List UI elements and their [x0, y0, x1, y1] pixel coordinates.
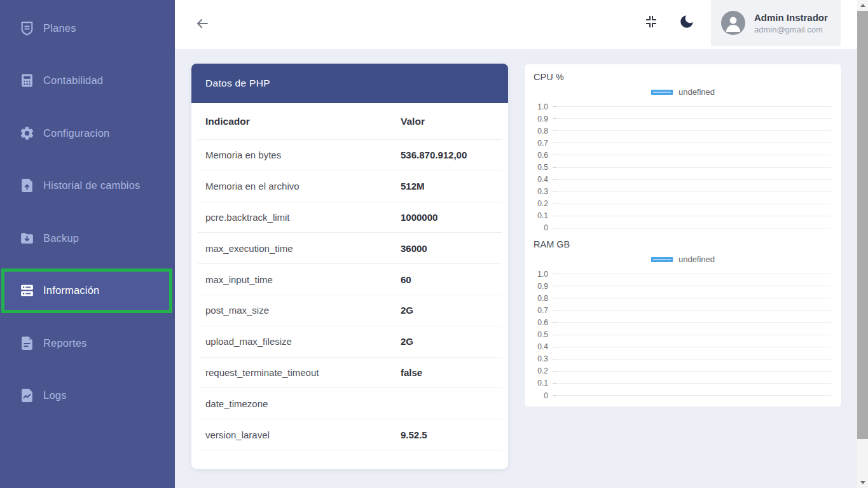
triangle-down-icon [860, 481, 865, 484]
charts-card: CPU %undefined1.00.90.80.70.60.50.40.30.… [524, 64, 842, 407]
sidebar-item-label: Historial de cambios [43, 179, 141, 192]
sidebar-item-informacion[interactable]: Información [0, 265, 175, 317]
y-tick-label: 0.1 [530, 379, 553, 387]
y-tick-label: 0.9 [530, 115, 553, 123]
sidebar-item-configuracion[interactable]: Configuracion [0, 107, 175, 160]
y-tick-label: 0 [530, 391, 553, 400]
compress-icon [644, 14, 659, 32]
table-row: upload_max_filesize2G [198, 326, 502, 358]
user-email: admin@gmail.com [754, 25, 828, 34]
y-tick-label: 0.8 [530, 294, 553, 303]
php-table: Indicador Valor Memoria en bytes536.870.… [191, 103, 508, 450]
tick-row: 0.6 [530, 149, 831, 161]
sidebar-item-backup[interactable]: Backup [0, 212, 175, 265]
gridline [553, 274, 831, 274]
row-label: Memoria en bytes [205, 150, 401, 160]
y-tick-label: 0.2 [530, 199, 553, 208]
compress-button[interactable] [642, 14, 660, 32]
chart-title: CPU % [534, 72, 841, 82]
y-tick-label: 0.5 [530, 163, 553, 172]
row-label: version_laravel [205, 429, 401, 440]
gridline [553, 155, 831, 155]
row-value: 512M [401, 181, 425, 192]
tick-row: 0.4 [530, 341, 831, 353]
row-label: post_max_size [205, 305, 401, 316]
sidebar-item-planes[interactable]: Planes [0, 2, 175, 55]
scroll-thumb[interactable] [857, 11, 868, 439]
gridline [553, 286, 831, 286]
legend-swatch-icon [651, 257, 673, 262]
table-row: max_input_time60 [198, 264, 502, 295]
row-label: upload_max_filesize [205, 336, 401, 347]
gridline [553, 335, 831, 335]
tick-row: 0.7 [530, 137, 831, 149]
gridline [553, 359, 831, 359]
gridline [553, 130, 831, 131]
y-tick-label: 0 [530, 223, 553, 232]
back-button[interactable] [193, 16, 212, 34]
gridline [553, 179, 831, 180]
table-row: date_timezone [198, 388, 502, 419]
sidebar-item-reportes[interactable]: Reportes [0, 317, 175, 370]
gridline [553, 118, 831, 119]
tick-row: 0.7 [530, 304, 831, 316]
row-label: pcre.backtrack_limit [205, 212, 401, 223]
tick-row: 0.1 [530, 377, 831, 389]
row-label: Memoria en el archivo [205, 181, 401, 192]
tick-row: 0 [530, 389, 831, 401]
tick-row: 0.9 [530, 280, 831, 292]
planes-icon [19, 20, 35, 36]
tick-row: 1.0 [530, 268, 831, 280]
gridline [553, 395, 831, 396]
tick-row: 0.5 [530, 161, 831, 173]
user-texts: Admin Instrador admin@gmail.com [754, 12, 828, 34]
gridline [553, 204, 831, 204]
gridline [553, 371, 831, 372]
sidebar-item-label: Reportes [43, 337, 87, 349]
tick-row: 0.2 [530, 365, 831, 377]
tick-row: 0.3 [530, 186, 831, 198]
table-row: version_laravel9.52.5 [198, 419, 502, 450]
topbar-icons [642, 14, 696, 32]
row-value: 36000 [401, 243, 427, 254]
sidebar-item-historial[interactable]: Historial de cambios [0, 160, 175, 213]
scroll-up-button[interactable] [857, 0, 868, 11]
sidebar-item-logs[interactable]: Logs [0, 370, 175, 422]
legend-swatch-icon [651, 90, 673, 95]
y-tick-label: 0.5 [530, 330, 553, 339]
table-header-row: Indicador Valor [198, 103, 502, 140]
sidebar-item-contabilidad[interactable]: Contabilidad [0, 55, 175, 108]
tick-row: 0.5 [530, 329, 831, 341]
gridline [553, 347, 831, 347]
sidebar-item-label: Planes [43, 22, 76, 34]
chart-cpu: CPU %undefined1.00.90.80.70.60.50.40.30.… [525, 72, 841, 234]
row-value: 1000000 [401, 212, 437, 223]
chart-title: RAM GB [534, 239, 841, 249]
tick-row: 0.3 [530, 353, 831, 365]
configuracion-icon [19, 125, 35, 141]
y-tick-label: 0.7 [530, 139, 553, 148]
triangle-up-icon [860, 4, 865, 7]
table-row: post_max_size2G [198, 295, 502, 326]
tick-row: 0.1 [530, 210, 831, 222]
table-row: request_terminate_timeoutfalse [198, 358, 502, 389]
tick-row: 0.4 [530, 174, 831, 186]
scrollbar[interactable] [857, 0, 868, 488]
scroll-down-button[interactable] [857, 477, 868, 488]
tick-row: 0.2 [530, 198, 831, 210]
gridline [553, 192, 831, 192]
legend-label: undefined [679, 87, 715, 97]
row-value: false [401, 367, 422, 378]
legend-item[interactable]: undefined [525, 254, 841, 264]
dark-mode-toggle[interactable] [678, 14, 696, 32]
y-tick-label: 0.3 [530, 354, 553, 363]
table-row: Memoria en bytes536.870.912,00 [198, 140, 502, 171]
y-tick-label: 0.8 [530, 127, 553, 136]
sidebar-item-label: Información [43, 284, 99, 296]
y-tick-label: 0.6 [530, 151, 553, 160]
y-tick-label: 0.1 [530, 211, 553, 220]
sidebar-menu: PlanesContabilidadConfiguracionHistorial… [0, 0, 175, 422]
avatar [721, 11, 745, 35]
user-menu[interactable]: Admin Instrador admin@gmail.com [711, 0, 841, 46]
legend-item[interactable]: undefined [525, 87, 841, 97]
